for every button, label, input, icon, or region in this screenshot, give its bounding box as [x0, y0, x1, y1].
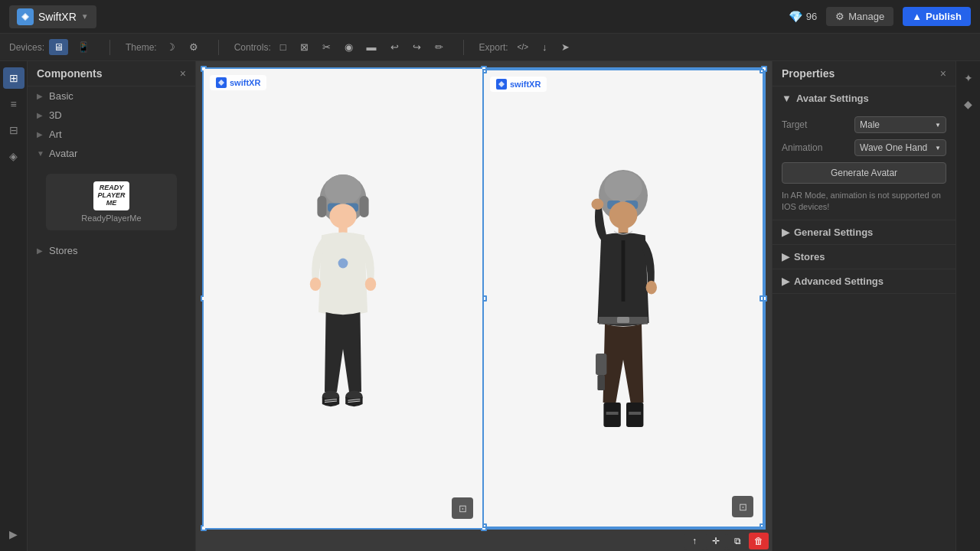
properties-panel: Properties × ▼ Avatar Settings Target Ma…	[772, 61, 956, 551]
svg-rect-5	[317, 196, 326, 217]
svg-point-21	[609, 202, 638, 229]
avatar-settings-title: Avatar Settings	[796, 93, 869, 104]
control-redo-button[interactable]: ↪	[408, 39, 426, 55]
right-handle-br[interactable]	[760, 523, 764, 528]
tree-item-3d[interactable]: ▶ 3D	[28, 106, 195, 125]
divider-2	[218, 40, 219, 55]
avatar-settings-section: ▼ Avatar Settings Target Male ▼ Animatio…	[773, 86, 956, 220]
target-select[interactable]: Male ▼	[854, 116, 946, 133]
general-settings-header[interactable]: ▶ General Settings	[773, 220, 956, 244]
right-panel-action-button[interactable]: ⊡	[732, 496, 753, 517]
control-pen-button[interactable]: ✏	[430, 39, 448, 55]
animation-value: Wave One Hand	[860, 142, 927, 153]
art-arrow: ▶	[37, 130, 44, 139]
stores-header[interactable]: ▶ Stores	[773, 245, 956, 269]
svg-point-10	[365, 277, 376, 291]
sidebar-video-icon[interactable]: ▶	[3, 523, 24, 545]
avatar-settings-header[interactable]: ▼ Avatar Settings	[773, 86, 956, 110]
undo-icon: ↩	[390, 41, 399, 53]
app-logo-button[interactable]: SwiftXR ▼	[9, 5, 96, 28]
right-icon-1[interactable]: ✦	[958, 67, 979, 89]
canvas-up-button[interactable]: ↑	[684, 533, 704, 549]
advanced-settings-section: ▶ Advanced Settings	[773, 269, 956, 294]
right-icon-2[interactable]: ◆	[958, 93, 979, 115]
generate-avatar-button[interactable]: Generate Avatar	[782, 162, 946, 184]
control-undo-button[interactable]: ↩	[386, 39, 403, 55]
tree-item-art[interactable]: ▶ Art	[28, 125, 195, 144]
ready-player-me-card[interactable]: READYPLAYERME ReadyPlayerMe	[46, 174, 177, 230]
stores-label: Stores	[49, 245, 78, 256]
svg-point-9	[310, 277, 321, 291]
components-panel: Components × ▶ Basic ▶ 3D ▶ Art ▼ Avatar…	[28, 61, 196, 551]
desktop-icon: 🖥	[54, 41, 64, 53]
video-icon: ▶	[9, 528, 18, 540]
svg-rect-27	[617, 317, 629, 323]
copy-icon: ⧉	[734, 536, 741, 546]
components-close-button[interactable]: ×	[180, 67, 186, 80]
grid-icon: ⊞	[9, 72, 18, 84]
publish-icon: ▲	[912, 11, 922, 22]
svg-point-26	[646, 281, 657, 295]
right-panel-logo: swiftXR	[490, 77, 547, 92]
tree-item-basic[interactable]: ▶ Basic	[28, 86, 195, 106]
controls-section: Controls: □ ⊠ ✂ ◉ ▬ ↩ ↪ ✏	[234, 39, 448, 55]
tree-item-stores[interactable]: ▶ Stores	[28, 241, 195, 260]
left-panel-action-button[interactable]: ⊡	[452, 497, 473, 519]
export-send-button[interactable]: ➤	[557, 39, 574, 55]
canvas-container: swiftXR	[202, 67, 766, 530]
lock-icon: ⊠	[300, 41, 309, 53]
control-cut-button[interactable]: ✂	[318, 39, 335, 55]
control-select-button[interactable]: □	[276, 39, 291, 55]
basic-label: Basic	[49, 90, 74, 102]
advanced-settings-header[interactable]: ▶ Advanced Settings	[773, 269, 956, 293]
animation-select[interactable]: Wave One Hand ▼	[854, 139, 946, 156]
svg-rect-29	[597, 375, 605, 390]
sidebar-components-icon[interactable]: ⊞	[3, 67, 24, 89]
sidebar-icons: ⊞ ≡ ⊟ ◈ ▶	[0, 61, 28, 551]
canvas-area: swiftXR	[196, 61, 772, 551]
svg-point-18	[604, 171, 642, 204]
components-panel-header: Components ×	[28, 61, 195, 86]
divider-1	[109, 40, 110, 55]
right-handle-ml[interactable]	[482, 295, 487, 302]
sidebar-layers-icon[interactable]: ≡	[3, 93, 24, 115]
avatar-arrow: ▼	[37, 149, 44, 158]
properties-close-button[interactable]: ×	[940, 67, 946, 80]
rpm-label: ReadyPlayerMe	[81, 214, 141, 223]
animation-row: Animation Wave One Hand ▼	[782, 139, 946, 156]
export-section: Export: </> ↓ ➤	[479, 39, 574, 55]
export-code-button[interactable]: </>	[513, 41, 533, 54]
right-handle-mr[interactable]	[760, 295, 764, 302]
tree-item-avatar[interactable]: ▼ Avatar	[28, 144, 195, 163]
export-download-button[interactable]: ↓	[537, 39, 552, 55]
female-avatar-svg	[282, 145, 404, 528]
right-handle-bl[interactable]	[482, 523, 487, 528]
theme-moon-button[interactable]: ☽	[162, 39, 180, 55]
canvas-delete-button[interactable]: 🗑	[749, 533, 769, 549]
control-eye-button[interactable]: ◉	[340, 39, 358, 55]
advanced-settings-arrow: ▶	[782, 276, 789, 287]
mobile-device-button[interactable]: 📱	[73, 39, 94, 55]
svg-rect-6	[360, 196, 369, 217]
devices-label: Devices:	[9, 42, 44, 53]
target-chevron: ▼	[935, 122, 941, 129]
cut-icon: ✂	[322, 41, 331, 53]
theme-settings-button[interactable]: ⚙	[185, 39, 203, 55]
sidebar-element-icon[interactable]: ◈	[3, 145, 24, 167]
canvas-copy-button[interactable]: ⧉	[727, 533, 747, 549]
credit-icon: 💎	[789, 10, 803, 24]
moon-icon: ☽	[166, 41, 175, 53]
sidebar-assets-icon[interactable]: ⊟	[3, 119, 24, 141]
canvas-move-button[interactable]: ✛	[706, 533, 726, 549]
control-lock-button[interactable]: ⊠	[296, 39, 313, 55]
manage-button[interactable]: ⚙ Manage	[826, 7, 893, 26]
control-monitor-button[interactable]: ▬	[362, 39, 381, 55]
svg-rect-28	[596, 354, 606, 375]
target-row: Target Male ▼	[782, 116, 946, 133]
publish-button[interactable]: ▲ Publish	[903, 7, 971, 26]
right-handle-tr[interactable]	[760, 69, 764, 73]
move-icon: ✛	[712, 536, 720, 546]
right-handle-tl[interactable]	[482, 69, 487, 73]
desktop-device-button[interactable]: 🖥	[49, 39, 68, 55]
general-settings-section: ▶ General Settings	[773, 220, 956, 245]
